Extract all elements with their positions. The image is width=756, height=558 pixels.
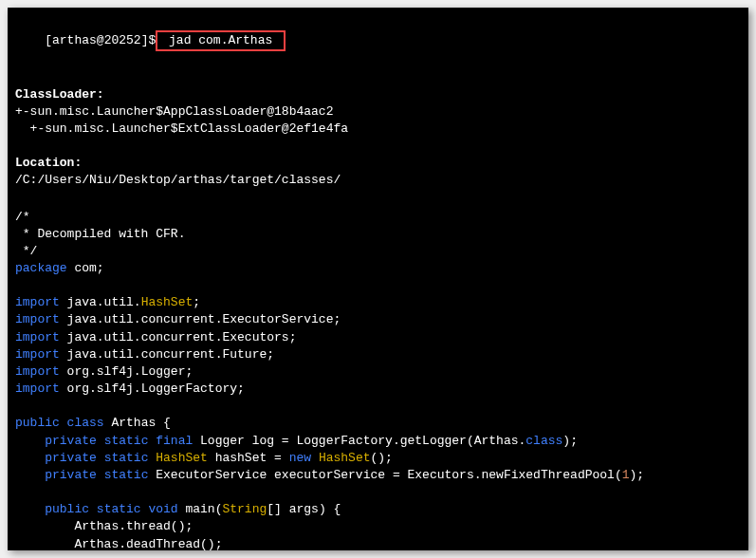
keyword: void xyxy=(141,502,178,516)
text: ExecutorService executorService = Execut… xyxy=(148,468,621,482)
blank-line xyxy=(15,398,741,415)
text: org.slf4j.Logger; xyxy=(60,364,193,379)
keyword: new xyxy=(289,451,311,465)
text: java.util.concurrent.Executors; xyxy=(60,330,297,344)
keyword: final xyxy=(148,434,193,448)
comment-line: * Decompiled with CFR. xyxy=(15,226,741,243)
number: 1 xyxy=(622,468,630,482)
type: String xyxy=(222,502,267,516)
field-decl: private static HashSet hashSet = new Has… xyxy=(15,450,741,467)
text: [] args) { xyxy=(267,502,341,516)
blank-line xyxy=(15,138,741,155)
decompiled-code: /* * Decompiled with CFR. */ package com… xyxy=(15,209,741,551)
comment-line: */ xyxy=(15,243,741,260)
import-line: import java.util.concurrent.Executors; xyxy=(15,329,741,346)
location-path: /C:/Users/Niu/Desktop/arthas/target/clas… xyxy=(15,172,741,189)
keyword: public xyxy=(15,416,60,430)
terminal-window: [arthas@20252]$ jad com.Arthas ClassLoad… xyxy=(8,8,748,550)
comment-line: /* xyxy=(15,209,741,226)
keyword: static xyxy=(97,468,149,482)
class-decl: public class Arthas { xyxy=(15,415,741,432)
classname: HashSet xyxy=(141,295,194,309)
location-label: Location: xyxy=(15,155,741,172)
import-line: import org.slf4j.LoggerFactory; xyxy=(15,381,741,398)
stmt: Arthas.thread(); xyxy=(15,518,741,535)
method-decl: public static void main(String[] args) { xyxy=(15,501,741,518)
text: org.slf4j.LoggerFactory; xyxy=(60,381,245,396)
text: java.util. xyxy=(60,295,141,309)
type: HashSet xyxy=(148,451,207,465)
indent xyxy=(15,502,45,516)
text: com; xyxy=(67,261,104,275)
text: Arthas { xyxy=(104,416,171,430)
keyword: import xyxy=(15,312,60,326)
keyword: static xyxy=(97,451,149,465)
classloader-line: +-sun.misc.Launcher$ExtClassLoader@2ef1e… xyxy=(15,121,741,138)
blank-line xyxy=(15,190,741,207)
keyword: import xyxy=(15,364,60,379)
command-text: jad com.Arthas xyxy=(161,33,280,47)
field-decl: private static final Logger log = Logger… xyxy=(15,433,741,450)
text: java.util.concurrent.ExecutorService; xyxy=(60,312,341,326)
classloader-label: ClassLoader: xyxy=(15,86,741,103)
keyword: static xyxy=(89,502,141,516)
keyword: import xyxy=(15,347,60,362)
field-decl: private static ExecutorService executorS… xyxy=(15,467,741,484)
keyword: public xyxy=(45,502,89,516)
import-line: import org.slf4j.Logger; xyxy=(15,363,741,381)
blank-line xyxy=(15,69,741,86)
text: main( xyxy=(178,502,223,516)
keyword: private xyxy=(45,468,97,482)
text: java.util.concurrent.Future; xyxy=(60,347,274,362)
keyword: import xyxy=(15,330,60,344)
text: ); xyxy=(562,434,578,448)
keyword: import xyxy=(15,295,60,309)
blank-line xyxy=(15,484,741,501)
indent xyxy=(15,451,45,465)
keyword: class xyxy=(526,434,562,448)
indent xyxy=(15,434,45,448)
import-line: import java.util.concurrent.Future; xyxy=(15,346,741,363)
keyword: private xyxy=(45,451,97,465)
text: ); xyxy=(630,468,645,482)
text: (); xyxy=(371,451,393,465)
keyword: package xyxy=(15,261,67,275)
prompt-line[interactable]: [arthas@20252]$ jad com.Arthas xyxy=(15,13,741,69)
command-highlight: jad com.Arthas xyxy=(156,30,286,51)
type: HashSet xyxy=(311,451,370,465)
keyword: static xyxy=(97,434,149,448)
prompt-user-host: [arthas@20252]$ xyxy=(45,33,156,47)
keyword: import xyxy=(15,381,60,396)
classloader-line: +-sun.misc.Launcher$AppClassLoader@18b4a… xyxy=(15,103,741,121)
package-line: package com; xyxy=(15,260,741,277)
keyword: private xyxy=(45,434,97,448)
import-line: import java.util.concurrent.ExecutorServ… xyxy=(15,311,741,328)
text: Logger log = LoggerFactory.getLogger(Art… xyxy=(193,434,526,448)
stmt: Arthas.deadThread(); xyxy=(15,536,741,551)
text: hashSet = xyxy=(208,451,289,465)
text: ; xyxy=(193,295,200,309)
indent xyxy=(15,468,45,482)
blank-line xyxy=(15,277,741,294)
keyword: class xyxy=(60,416,104,430)
import-line: import java.util.HashSet; xyxy=(15,294,741,311)
